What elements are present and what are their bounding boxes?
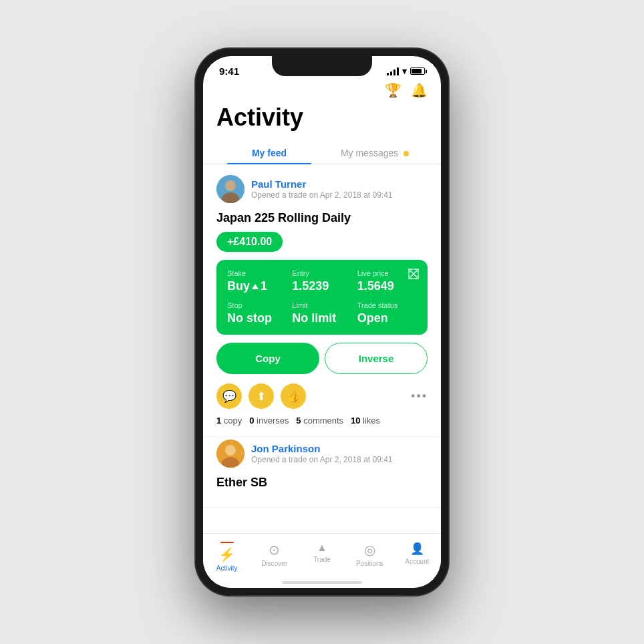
copies-count: 1 bbox=[216, 416, 221, 426]
avatar-jon-parkinson[interactable] bbox=[216, 440, 245, 468]
user-name-paul[interactable]: Paul Turner bbox=[251, 178, 428, 190]
user-subtitle-jon: Opened a trade on Apr 2, 2018 at 09:41 bbox=[251, 455, 428, 464]
page-title: Activity bbox=[203, 104, 441, 142]
share-icon: ⬆ bbox=[257, 389, 266, 404]
trophy-icon[interactable]: 🏆 bbox=[385, 82, 401, 98]
nav-item-positions[interactable]: ◎ Positions bbox=[346, 539, 393, 575]
share-button[interactable]: ⬆ bbox=[249, 383, 274, 409]
trade-nav-icon: ▲ bbox=[317, 542, 327, 554]
limit-value: No limit bbox=[292, 311, 351, 325]
tab-my-messages[interactable]: My messages bbox=[322, 142, 428, 164]
notch bbox=[272, 56, 372, 76]
stake-value: Buy 1 bbox=[227, 279, 287, 293]
up-triangle-icon bbox=[252, 284, 259, 289]
trade-limit-cell: Limit No limit bbox=[292, 301, 351, 325]
user-info-paul: Paul Turner Opened a trade on Apr 2, 201… bbox=[251, 178, 428, 200]
user-name-jon[interactable]: Jon Parkinson bbox=[251, 443, 428, 454]
profit-badge: +£410.00 bbox=[216, 232, 283, 252]
user-row-jon: Jon Parkinson Opened a trade on Apr 2, 2… bbox=[216, 440, 428, 468]
signal-icon bbox=[387, 67, 399, 75]
inverses-count: 0 bbox=[249, 416, 254, 426]
notification-bell-icon[interactable]: 🔔 bbox=[411, 82, 428, 98]
account-nav-label: Account bbox=[405, 558, 429, 565]
social-row: 💬 ⬆ 👍 ••• bbox=[216, 383, 428, 409]
main-content: Activity My feed My messages bbox=[203, 104, 441, 533]
activity-nav-label: Activity bbox=[216, 565, 238, 572]
live-price-value: 1.5649 bbox=[357, 279, 417, 293]
stop-label: Stop bbox=[227, 301, 287, 309]
discover-nav-icon: ⊙ bbox=[269, 542, 280, 558]
trade-card-paul: Stake Buy 1 Entry bbox=[216, 260, 428, 335]
battery-icon bbox=[410, 67, 425, 75]
app-header: 🏆 🔔 bbox=[203, 79, 441, 104]
trade-nav-label: Trade bbox=[313, 556, 331, 563]
copy-button[interactable]: Copy bbox=[216, 343, 319, 374]
phone-frame: 9:41 ▾ 🏆 🔔 Activity My fee bbox=[195, 48, 449, 596]
phone-screen: 9:41 ▾ 🏆 🔔 Activity My fee bbox=[203, 56, 441, 588]
activity-nav-icon: ⚡ bbox=[218, 546, 235, 562]
buy-arrow: Buy 1 bbox=[227, 279, 267, 293]
stats-row: 1 copy 0 inverses 5 comments 10 likes bbox=[216, 416, 428, 426]
more-options-button[interactable]: ••• bbox=[411, 389, 428, 404]
limit-label: Limit bbox=[292, 301, 351, 309]
stake-label: Stake bbox=[227, 269, 287, 277]
stop-value: No stop bbox=[227, 311, 287, 325]
svg-point-4 bbox=[225, 445, 236, 456]
nav-item-account[interactable]: 👤 Account bbox=[393, 539, 441, 575]
feed-item-jon-parkinson: Jon Parkinson Opened a trade on Apr 2, 2… bbox=[203, 440, 441, 508]
discover-nav-label: Discover bbox=[261, 560, 287, 567]
comments-count: 5 bbox=[296, 416, 301, 426]
nav-underline-activity bbox=[220, 542, 234, 543]
status-icons: ▾ bbox=[387, 66, 425, 76]
nav-item-activity[interactable]: ⚡ Activity bbox=[203, 539, 251, 575]
comment-button[interactable]: 💬 bbox=[216, 383, 242, 409]
live-price-label: Live price bbox=[357, 269, 417, 277]
trade-stake-cell: Stake Buy 1 bbox=[227, 269, 287, 293]
user-row: Paul Turner Opened a trade on Apr 2, 201… bbox=[216, 175, 428, 203]
entry-value: 1.5239 bbox=[292, 279, 351, 293]
copies-label: copy bbox=[224, 416, 242, 426]
trade-status-label: Trade status bbox=[357, 301, 417, 309]
trade-title-jon: Ether SB bbox=[216, 476, 428, 490]
svg-point-1 bbox=[225, 180, 236, 191]
nav-item-trade[interactable]: ▲ Trade bbox=[298, 539, 345, 575]
inverse-button[interactable]: Inverse bbox=[325, 343, 428, 374]
trade-live-price-cell: Live price 1.5649 bbox=[357, 269, 417, 293]
inverses-label: inverses bbox=[257, 416, 289, 426]
avatar-paul-turner[interactable] bbox=[216, 175, 245, 203]
trade-entry-cell: Entry 1.5239 bbox=[292, 269, 351, 293]
likes-label: likes bbox=[363, 416, 380, 426]
positions-nav-label: Positions bbox=[356, 560, 383, 567]
trade-card-grid: Stake Buy 1 Entry bbox=[227, 269, 417, 325]
user-subtitle-paul: Opened a trade on Apr 2, 2018 at 09:41 bbox=[251, 190, 428, 200]
bottom-navigation: ⚡ Activity ⊙ Discover ▲ Trade ◎ Position… bbox=[203, 533, 441, 588]
trade-status-cell: Trade status Open bbox=[357, 301, 417, 325]
likes-count: 10 bbox=[351, 416, 360, 426]
like-button[interactable]: 👍 bbox=[281, 383, 306, 409]
nav-item-discover[interactable]: ⊙ Discover bbox=[251, 539, 298, 575]
message-dot-indicator bbox=[404, 151, 409, 156]
trade-stop-cell: Stop No stop bbox=[227, 301, 287, 325]
entry-label: Entry bbox=[292, 269, 351, 277]
user-info-jon: Jon Parkinson Opened a trade on Apr 2, 2… bbox=[251, 443, 428, 464]
trade-title-paul: Japan 225 Rolling Daily bbox=[216, 211, 428, 225]
account-nav-icon: 👤 bbox=[410, 542, 424, 556]
status-time: 9:41 bbox=[219, 65, 239, 77]
comments-label: comments bbox=[303, 416, 343, 426]
tab-my-feed[interactable]: My feed bbox=[216, 142, 322, 164]
tab-bar: My feed My messages bbox=[203, 142, 441, 164]
home-indicator bbox=[282, 581, 362, 584]
comment-icon: 💬 bbox=[222, 389, 236, 404]
thumbs-up-icon: 👍 bbox=[287, 389, 301, 404]
action-buttons: Copy Inverse bbox=[216, 343, 428, 374]
feed-item-paul-turner: Paul Turner Opened a trade on Apr 2, 201… bbox=[203, 175, 441, 437]
positions-nav-icon: ◎ bbox=[364, 542, 375, 558]
wifi-icon: ▾ bbox=[402, 66, 407, 76]
trade-status-value: Open bbox=[357, 311, 417, 325]
